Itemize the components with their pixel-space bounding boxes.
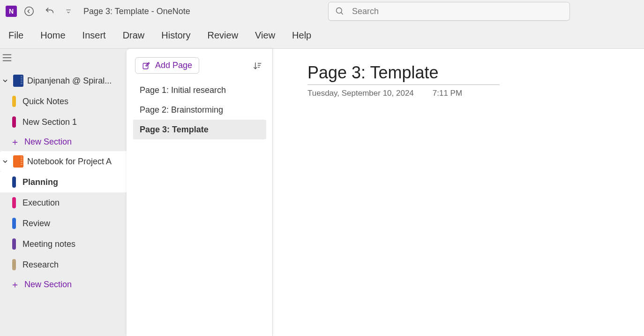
section-item[interactable]: Quick Notes — [0, 91, 127, 112]
page-item-label: Page 1: Initial research — [140, 85, 226, 95]
undo-button[interactable] — [41, 3, 58, 20]
section-color-marker — [12, 238, 16, 250]
page-metadata: Tuesday, September 10, 2024 7:11 PM — [307, 89, 644, 98]
back-button[interactable] — [21, 3, 37, 20]
sort-icon — [253, 61, 262, 70]
ribbon-tab-home[interactable]: Home — [40, 30, 65, 41]
section-color-marker — [12, 116, 16, 128]
new-section-button[interactable]: ＋ New Section — [0, 132, 127, 151]
page-item-label: Page 3: Template — [140, 125, 209, 135]
notebook-icon — [13, 75, 23, 87]
search-box[interactable] — [328, 2, 570, 21]
quick-access-customize[interactable] — [63, 3, 74, 20]
section-item[interactable]: Review — [0, 213, 127, 234]
chevron-down-icon — [1, 159, 9, 164]
ribbon-tab-insert[interactable]: Insert — [82, 30, 106, 41]
search-icon — [335, 7, 344, 16]
section-item[interactable]: Research — [0, 254, 127, 275]
note-canvas[interactable]: Page 3: Template Tuesday, September 10, … — [273, 49, 644, 336]
notebook-icon — [13, 155, 23, 168]
section-label: Execution — [22, 198, 60, 208]
ribbon-tab-help[interactable]: Help — [292, 30, 311, 41]
page-item[interactable]: Page 3: Template — [133, 120, 266, 139]
page-time[interactable]: 7:11 PM — [433, 89, 462, 98]
notebook-header[interactable]: Notebook for Project A — [0, 151, 127, 172]
svg-point-0 — [25, 7, 33, 15]
page-item[interactable]: Page 2: Brainstorming — [133, 100, 266, 120]
section-label: Meeting notes — [22, 239, 75, 249]
section-item[interactable]: New Section 1 — [0, 112, 127, 132]
chevron-down-icon — [1, 78, 9, 84]
ribbon-tab-draw[interactable]: Draw — [123, 30, 145, 41]
section-color-marker — [12, 197, 16, 208]
section-label: New Section 1 — [22, 117, 77, 127]
add-page-label: Add Page — [155, 61, 192, 70]
panel-divider[interactable] — [272, 49, 273, 336]
page-item-label: Page 2: Brainstorming — [140, 105, 223, 115]
plus-icon: ＋ — [10, 280, 19, 289]
ribbon-tab-history[interactable]: History — [161, 30, 190, 41]
page-date[interactable]: Tuesday, September 10, 2024 — [307, 89, 414, 98]
section-item[interactable]: Execution — [0, 192, 127, 213]
search-input[interactable] — [352, 7, 563, 16]
page-item[interactable]: Page 1: Initial research — [133, 80, 266, 100]
section-item[interactable]: Meeting notes — [0, 234, 127, 254]
section-item[interactable]: Planning — [0, 172, 127, 192]
new-section-label: New Section — [24, 137, 72, 147]
section-label: Quick Notes — [22, 97, 68, 107]
ribbon-tabs: File Home Insert Draw History Review Vie… — [0, 23, 644, 49]
page-title[interactable]: Page 3: Template — [307, 63, 500, 85]
section-label: Review — [22, 219, 50, 229]
page-list-panel: Add Page Page 1: Initial research Page 2… — [127, 49, 273, 336]
window-title: Page 3: Template - OneNote — [83, 7, 190, 16]
section-color-marker — [12, 176, 16, 188]
app-icon: N — [6, 6, 17, 17]
section-color-marker — [12, 259, 16, 270]
svg-point-2 — [337, 8, 342, 14]
sort-pages-button[interactable] — [250, 59, 264, 73]
navigation-sidebar: Dipanjenah @ Spiral... Quick Notes New S… — [0, 49, 127, 336]
ribbon-tab-file[interactable]: File — [8, 30, 23, 41]
ribbon-tab-review[interactable]: Review — [208, 30, 239, 41]
svg-line-3 — [341, 13, 343, 15]
nav-toggle-button[interactable] — [0, 49, 127, 70]
ribbon-tab-view[interactable]: View — [255, 30, 275, 41]
section-color-marker — [12, 218, 16, 229]
title-bar: N Page 3: Template - OneNote — [0, 0, 644, 23]
notebook-label: Notebook for Project A — [27, 157, 127, 167]
plus-icon: ＋ — [10, 137, 19, 146]
section-color-marker — [12, 96, 16, 107]
new-section-label: New Section — [24, 280, 72, 290]
notebook-header[interactable]: Dipanjenah @ Spiral... — [0, 70, 127, 91]
section-label: Planning — [22, 177, 58, 187]
section-label: Research — [22, 260, 59, 270]
notebook-label: Dipanjenah @ Spiral... — [27, 76, 127, 86]
add-page-button[interactable]: Add Page — [135, 57, 199, 74]
new-section-button[interactable]: ＋ New Section — [0, 275, 127, 294]
add-page-icon — [142, 61, 150, 70]
